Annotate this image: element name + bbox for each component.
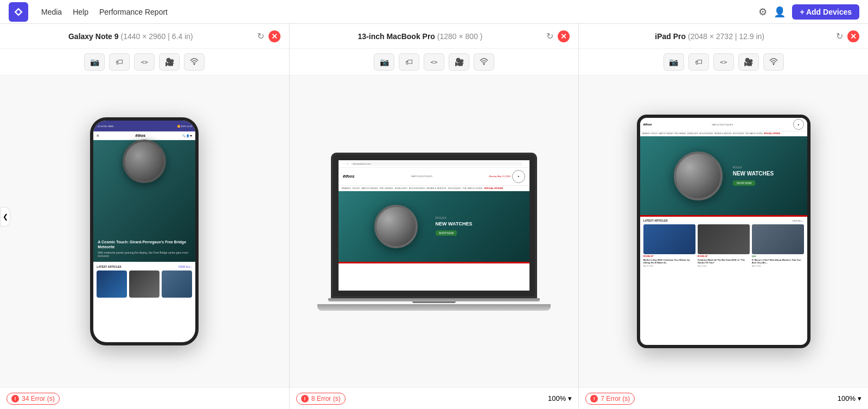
laptop-zoom-value: 100%	[548, 394, 566, 402]
laptop-screen-wrapper: ←→ ↻ ethoswatches.com ... ēthos WATCH BO…	[331, 153, 537, 298]
laptop-mockup: ←→ ↻ ethoswatches.com ... ēthos WATCH BO…	[317, 153, 551, 311]
device-name-phone: Galaxy Note 9 (1440 × 2960 | 6.4 in)	[68, 32, 193, 41]
tablet-screen: ēthos WATCH BOUTIQUES ★ BRANDS ROLEX WAT…	[640, 118, 807, 345]
device-header-phone: Galaxy Note 9 (1440 × 2960 | 6.4 in) ↻ ✕	[0, 24, 289, 49]
code-tool-tablet[interactable]: <>	[713, 53, 734, 71]
phone-hero-subtext: With meteorite panels gracing the displa…	[98, 251, 191, 257]
phone-hero: A Cosmic Touch: Girard-Perregaux's Free …	[93, 140, 195, 262]
close-phone-button[interactable]: ✕	[269, 30, 280, 42]
device-panel-ipad: iPad Pro (2048 × 2732 | 12.9 in) ↻ ✕ 📷 🏷…	[579, 24, 868, 409]
error-icon-tablet: !	[590, 395, 598, 402]
phone-toolbar: 📷 🏷 <> 🎥	[0, 49, 289, 75]
tablet-zoom-value: 100%	[838, 394, 856, 402]
code-tool-laptop[interactable]: <>	[424, 53, 444, 71]
user-icon[interactable]: 👤	[774, 6, 786, 18]
phone-hero-title: A Cosmic Touch: Girard-Perregaux's Free …	[98, 240, 191, 249]
tag-tool-tablet[interactable]: 🏷	[688, 53, 709, 71]
add-devices-button[interactable]: + Add Devices	[792, 4, 859, 20]
refresh-phone-button[interactable]: ↻	[257, 31, 264, 41]
main-nav: Media Help Performance Report	[41, 8, 168, 16]
nav-media[interactable]: Media	[41, 8, 62, 16]
device-panel-galaxy-note9: Galaxy Note 9 (1440 × 2960 | 6.4 in) ↻ ✕…	[0, 24, 290, 409]
nav-performance[interactable]: Performance Report	[99, 8, 168, 16]
tablet-preview-area: ēthos WATCH BOUTIQUES ★ BRANDS ROLEX WAT…	[579, 75, 868, 387]
wifi-tool-tablet[interactable]	[763, 53, 784, 71]
device-header-tablet: iPad Pro (2048 × 2732 | 12.9 in) ↻ ✕	[579, 24, 868, 49]
phone-footer: ! 34 Error (s)	[0, 387, 289, 409]
code-tool-phone[interactable]: <>	[134, 53, 155, 71]
video-tool-phone[interactable]: 🎥	[159, 53, 180, 71]
device-panel-macbook: 13-inch MacBook Pro (1280 × 800 ) ↻ ✕ 📷 …	[290, 24, 579, 409]
phone-articles: LATEST ARTICLES VIEW ALL ›	[93, 262, 195, 301]
close-laptop-button[interactable]: ✕	[558, 30, 570, 42]
tag-tool-phone[interactable]: 🏷	[109, 53, 130, 71]
tablet-error-count: 7 Error (s)	[601, 395, 630, 402]
video-tool-tablet[interactable]: 🎥	[738, 53, 759, 71]
wifi-tool-laptop[interactable]	[474, 53, 494, 71]
phone-error-count: 34 Error (s)	[22, 395, 55, 402]
phone-preview-area: +91 87250 38882 📶 100% 12:42 ☰ ēthos 🔍 👤…	[0, 75, 289, 387]
tablet-mockup: ēthos WATCH BOUTIQUES ★ BRANDS ROLEX WAT…	[637, 115, 810, 348]
laptop-error-badge[interactable]: ! 8 Error (s)	[296, 393, 346, 405]
tablet-error-badge[interactable]: ! 7 Error (s)	[585, 393, 635, 405]
close-tablet-button[interactable]: ✕	[847, 30, 859, 42]
devices-container: Galaxy Note 9 (1440 × 2960 | 6.4 in) ↻ ✕…	[0, 24, 868, 409]
phone-mockup: +91 87250 38882 📶 100% 12:42 ☰ ēthos 🔍 👤…	[90, 117, 199, 345]
tag-tool-laptop[interactable]: 🏷	[399, 53, 419, 71]
device-name-laptop: 13-inch MacBook Pro (1280 × 800 )	[358, 32, 483, 41]
device-name-tablet: iPad Pro (2048 × 2732 | 12.9 in)	[655, 32, 764, 41]
laptop-error-count: 8 Error (s)	[311, 395, 341, 402]
video-tool-laptop[interactable]: 🎥	[449, 53, 469, 71]
tablet-footer: ! 7 Error (s) 100% ▾	[579, 387, 868, 409]
nav-help[interactable]: Help	[73, 8, 88, 16]
collapse-sidebar-button[interactable]: ❮	[0, 207, 11, 226]
laptop-toolbar: 📷 🏷 <> 🎥	[290, 49, 579, 75]
collapse-icon: ❮	[3, 213, 8, 221]
settings-icon[interactable]: ⚙	[758, 6, 767, 18]
logo	[9, 2, 28, 22]
wifi-tool-phone[interactable]	[184, 53, 205, 71]
laptop-preview-area: ←→ ↻ ethoswatches.com ... ēthos WATCH BO…	[290, 75, 579, 387]
error-icon-phone: !	[11, 395, 19, 402]
app-header: Media Help Performance Report ⚙ 👤 + Add …	[0, 0, 868, 24]
phone-screen: +91 87250 38882 📶 100% 12:42 ☰ ēthos 🔍 👤…	[93, 121, 195, 342]
tablet-zoom-control[interactable]: 100% ▾	[838, 394, 861, 402]
laptop-footer: ! 8 Error (s) 100% ▾	[290, 387, 579, 409]
tablet-articles: LATEST ARTICLES VIEW ALL > ROUND-UP Moth…	[640, 217, 807, 269]
tablet-toolbar: 📷 🏷 <> 🎥	[579, 49, 868, 75]
main-content: ❮ Galaxy Note 9 (1440 × 2960 | 6.4 in) ↻…	[0, 24, 868, 409]
camera-tool-tablet[interactable]: 📷	[663, 53, 684, 71]
tablet-zoom-chevron: ▾	[858, 394, 861, 402]
laptop-zoom-control[interactable]: 100% ▾	[548, 394, 572, 402]
camera-tool-phone[interactable]: 📷	[84, 53, 105, 71]
refresh-tablet-button[interactable]: ↻	[836, 31, 843, 41]
header-icons: ⚙ 👤 + Add Devices	[758, 4, 859, 20]
error-icon-laptop: !	[301, 395, 309, 402]
refresh-laptop-button[interactable]: ↻	[546, 31, 553, 41]
laptop-zoom-chevron: ▾	[568, 394, 572, 402]
device-header-laptop: 13-inch MacBook Pro (1280 × 800 ) ↻ ✕	[290, 24, 579, 49]
camera-tool-laptop[interactable]: 📷	[374, 53, 394, 71]
phone-error-badge[interactable]: ! 34 Error (s)	[7, 393, 60, 405]
laptop-screen: ←→ ↻ ethoswatches.com ... ēthos WATCH BO…	[339, 160, 529, 291]
